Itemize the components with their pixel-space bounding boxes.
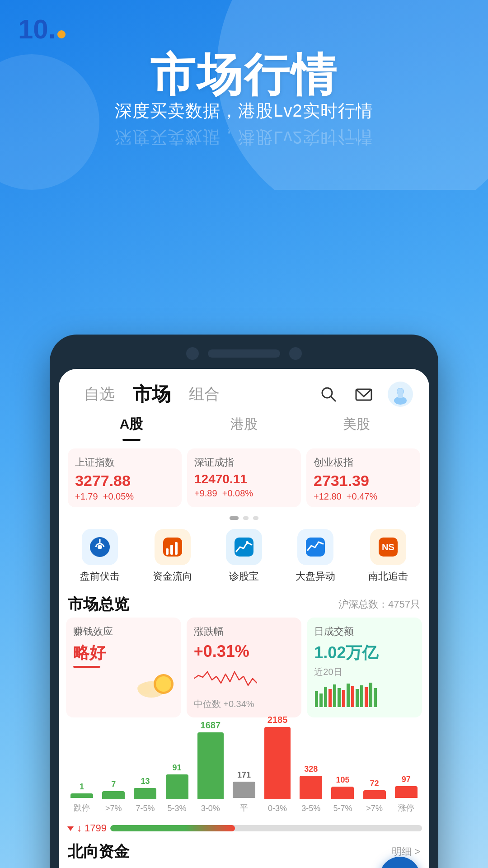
app-header: 自选 市场 组合 [59,369,429,407]
svg-marker-38 [67,826,74,831]
dot-0 [230,516,239,520]
ov-value-2: 1.02万亿 [314,642,415,664]
avatar-button[interactable] [388,382,413,407]
feature-icon-dapan [297,529,333,565]
svg-rect-26 [324,687,327,707]
ov-label-1: 涨跌幅 [194,625,295,638]
svg-rect-7 [398,393,403,398]
bar-35r: 328 3-5% [300,764,322,813]
logo-number: 10 [18,16,48,43]
svg-rect-34 [360,685,363,707]
market-overview-subtitle: 沪深总数：4757只 [338,598,420,611]
feature-icon-panqian [82,529,118,565]
ov-label-0: 赚钱效应 [73,625,174,638]
phone-notch [59,344,429,363]
svg-text:NS: NS [382,542,394,552]
progress-down-label: ↓ 1799 [66,822,107,834]
nav-zixuan[interactable]: 自选 [75,384,124,405]
bar-03r: 2185 0-3% [264,715,291,813]
nav-shichang[interactable]: 市场 [124,382,180,407]
index-card-0[interactable]: 上证指数 3277.88 +1.79 +0.05% [68,448,182,507]
overview-card-volume[interactable]: 日成交额 1.02万亿 近20日 [307,618,422,717]
ov-sub-1: 中位数 +0.34% [194,698,295,710]
overview-card-money[interactable]: 赚钱效应 略好 [66,618,181,717]
index-change-2: +12.80 +0.47% [314,491,413,502]
svg-rect-12 [166,548,169,555]
feature-icons-row: 盘前伏击 资金流向 [59,522,429,590]
camera-dot [186,347,199,360]
feature-icon-nanbei: NS [370,529,406,565]
svg-rect-27 [328,689,332,707]
market-overview-header: 市场总览 沪深总数：4757只 [59,590,429,618]
search-button[interactable] [317,383,340,406]
svg-rect-35 [365,687,368,707]
feature-icon-zhengubao [226,529,262,565]
svg-rect-24 [315,691,318,707]
index-cards: 上证指数 3277.88 +1.79 +0.05% 深证成指 12470.11 … [59,441,429,514]
mail-icon [354,385,373,404]
index-change-1: +9.89 +0.08% [194,488,294,499]
feature-panqian[interactable]: 盘前伏击 [80,529,120,583]
ov-value-1: +0.31% [194,642,295,661]
tab-us-stock[interactable]: 美股 [300,415,413,441]
progress-bar-fill [110,825,235,831]
tab-hk-stock[interactable]: 港股 [188,415,300,441]
dot-2 [253,516,258,520]
svg-rect-30 [342,690,345,707]
ov-underline [73,666,100,668]
svg-rect-28 [333,684,336,707]
market-overview-title: 市场总览 [68,594,129,615]
dot-1 [243,516,249,520]
svg-point-16 [246,541,249,544]
svg-rect-29 [338,688,341,707]
svg-point-23 [156,676,171,692]
hero-section: 10 . 市场行情 深度买卖数据，港股Lv2实时行情 深度买卖数据，港股Lv2实… [0,0,488,190]
index-name-1: 深证成指 [194,456,294,469]
sun-illustration [73,671,174,703]
index-name-0: 上证指数 [75,456,174,469]
phone-mockup: 自选 市场 组合 [50,335,438,868]
hero-title: 市场行情 [0,45,488,106]
index-value-0: 3277.88 [75,472,174,490]
index-card-1[interactable]: 深证成指 12470.11 +9.89 +0.08% [187,448,301,507]
hero-subtitle: 深度买卖数据，港股Lv2实时行情 [0,99,488,123]
progress-bar [110,825,422,831]
avatar-icon [389,383,411,405]
feature-dapan[interactable]: 大盘异动 [296,529,335,583]
feature-icon-zijin [155,529,191,565]
index-value-1: 12470.11 [194,472,294,486]
bar-57r: 105 5-7% [331,775,354,813]
bar-gt7r: 72 >7% [363,779,386,813]
bar-ping: 171 平 [233,770,255,813]
bar-chart-area: 1 跌停 7 >7% 13 7-5% [66,723,422,813]
feature-label-panqian: 盘前伏击 [80,570,120,583]
logo-dot [57,30,66,38]
camera-dot-2 [289,347,302,360]
feature-nanbei[interactable]: NS 南北追击 [368,529,408,583]
overview-card-change[interactable]: 涨跌幅 +0.31% 中位数 +0.34% [187,618,302,717]
tab-a-stock[interactable]: A股 [75,415,188,441]
svg-rect-36 [369,683,372,707]
overview-cards: 赚钱效应 略好 [59,618,429,723]
svg-rect-14 [175,542,178,555]
svg-point-9 [98,545,102,549]
north-funds-more[interactable]: 明细 > [392,845,420,859]
sparkline-chart [194,663,257,694]
feature-zhengubao[interactable]: 诊股宝 [226,529,262,583]
mail-button[interactable] [352,383,375,406]
search-icon [319,385,338,404]
ov-label-2: 日成交额 [314,625,415,638]
feature-label-zijin: 资金流向 [153,570,192,583]
index-card-2[interactable]: 创业板指 2731.39 +12.80 +0.47% [306,448,420,507]
feature-zijin[interactable]: 资金流向 [153,529,192,583]
nav-zuhe[interactable]: 组合 [180,384,229,405]
speaker-bar [208,349,280,358]
north-funds-title: 北向资金 [68,841,129,862]
distribution-chart: 1 跌停 7 >7% 13 7-5% [59,723,429,819]
carousel-dots [59,514,429,522]
ov-sub-2: 近20日 [314,666,415,678]
index-value-2: 2731.39 [314,472,413,490]
svg-rect-32 [351,686,354,707]
bar-diting: 1 跌停 [70,782,93,813]
bar-zanting: 97 涨停 [395,775,418,813]
